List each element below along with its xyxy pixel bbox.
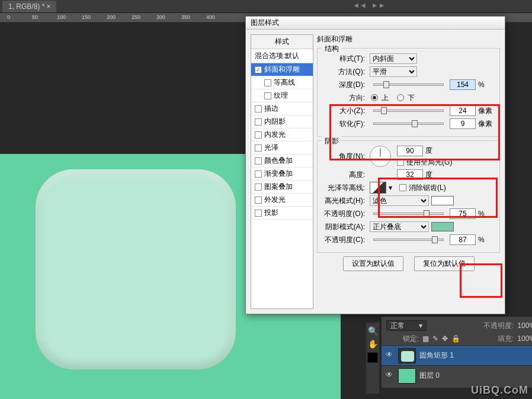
shadow-opacity-input[interactable] (450, 234, 476, 245)
style-checkbox[interactable] (264, 79, 271, 86)
make-default-button[interactable]: 设置为默认值 (343, 256, 403, 271)
technique-select[interactable]: 平滑 (370, 66, 417, 77)
highlight-color-swatch[interactable] (431, 196, 454, 205)
shadow-color-swatch[interactable] (431, 222, 454, 231)
document-tab-bar: 1, RGB/8) * × ◄◄ ►► (0, 0, 532, 13)
angle-input[interactable] (397, 146, 423, 156)
shadow-opacity-label: 不透明度(C): (322, 235, 367, 245)
ruler-tick: 100 (57, 14, 66, 20)
layer-thumbnail[interactable] (398, 348, 416, 363)
style-list-item[interactable]: 斜面和浮雕 (251, 63, 313, 76)
close-icon[interactable]: × (46, 2, 50, 11)
style-list-item[interactable]: 光泽 (251, 141, 313, 155)
style-checkbox[interactable] (255, 170, 262, 178)
angle-widget[interactable] (370, 146, 391, 167)
chevron-down-icon[interactable]: ▾ (389, 184, 392, 192)
use-global-light-checkbox[interactable] (397, 159, 404, 166)
ruler-tick: 350 (181, 14, 190, 20)
structure-group-title: 结构 (322, 44, 341, 54)
style-item-label: 内发光 (264, 130, 286, 140)
highlight-opacity-label: 不透明度(O): (322, 209, 367, 219)
style-checkbox[interactable] (255, 144, 262, 152)
shadow-opacity-unit: % (478, 236, 495, 244)
bevel-emboss-title: 斜面和浮雕 (317, 34, 500, 44)
size-input[interactable] (450, 105, 476, 116)
layer-name[interactable]: 圆角矩形 1 (419, 350, 454, 361)
watermark: UiBQ.CoM (471, 384, 528, 397)
lock-transparency-icon[interactable]: ▦ (422, 334, 429, 343)
layer-name[interactable]: 图层 0 (419, 371, 440, 381)
rounded-rectangle-shape[interactable] (36, 169, 236, 369)
style-checkbox[interactable] (255, 118, 262, 126)
opacity-value[interactable]: 100% (517, 321, 532, 330)
visibility-icon[interactable]: 👁 (384, 350, 395, 361)
style-list-item[interactable]: 内阴影 (251, 115, 313, 128)
style-checkbox[interactable] (255, 197, 262, 204)
style-checkbox[interactable] (264, 92, 271, 99)
antialias-checkbox[interactable] (399, 184, 406, 191)
dialog-titlebar[interactable]: 图层样式 (246, 17, 505, 30)
style-list-item[interactable]: 等高线 (251, 76, 313, 89)
style-checkbox[interactable] (255, 210, 262, 217)
ruler-tick: 300 (156, 14, 165, 20)
depth-unit: % (478, 81, 495, 89)
altitude-input[interactable] (397, 169, 423, 180)
style-list-item[interactable]: 外发光 (251, 194, 313, 207)
shading-group: 阴影 角度(N): 度 使用全局光(G) (317, 140, 500, 253)
style-item-label: 投影 (264, 208, 278, 218)
visibility-icon[interactable]: 👁 (384, 371, 395, 381)
lock-move-icon[interactable]: ✥ (442, 334, 448, 343)
style-list-item[interactable]: 投影 (251, 207, 313, 220)
highlight-opacity-input[interactable] (450, 208, 476, 219)
style-item-label: 内阴影 (264, 117, 286, 127)
tab-nav: ◄◄ ►► (352, 1, 386, 9)
gloss-contour-picker[interactable] (370, 182, 386, 194)
style-list-item[interactable]: 描边 (251, 102, 313, 115)
style-checkbox[interactable] (255, 105, 262, 112)
fill-value[interactable]: 100% (517, 334, 532, 343)
style-list-item[interactable]: 纹理 (251, 89, 313, 102)
tab-next-icon[interactable]: ►► (371, 1, 386, 9)
altitude-unit: 度 (425, 170, 432, 180)
style-list-item[interactable]: 图案叠加 (251, 181, 313, 194)
style-list-item[interactable]: 渐变叠加 (251, 168, 313, 181)
fg-bg-swatch[interactable] (367, 352, 378, 363)
style-checkbox[interactable] (255, 157, 262, 165)
style-list-item[interactable]: 内发光 (251, 128, 313, 141)
layer-thumbnail[interactable] (398, 368, 416, 384)
angle-unit: 度 (425, 146, 432, 156)
antialias-label: 消除锯齿(L) (409, 183, 446, 193)
highlight-mode-select[interactable]: 滤色 (370, 195, 429, 206)
style-checkbox[interactable] (255, 131, 262, 139)
size-label: 大小(Z): (322, 106, 367, 116)
lock-all-icon[interactable]: 🔒 (451, 334, 460, 343)
soften-slider[interactable] (373, 123, 444, 125)
blend-mode-select[interactable]: 正常▾ (386, 320, 427, 331)
blending-options-default[interactable]: 混合选项:默认 (251, 49, 313, 63)
lock-brush-icon[interactable]: ✎ (432, 334, 438, 343)
style-checkbox[interactable] (255, 184, 262, 191)
size-slider[interactable] (373, 110, 444, 112)
shadow-mode-select[interactable]: 正片叠底 (370, 221, 429, 232)
layer-row[interactable]: 👁 圆角矩形 1 (382, 345, 532, 365)
hand-icon[interactable]: ✋ (368, 339, 378, 349)
tab-prev-icon[interactable]: ◄◄ (352, 1, 367, 9)
style-checkbox[interactable] (255, 66, 262, 73)
direction-down-radio[interactable] (397, 94, 404, 101)
depth-input[interactable] (450, 79, 476, 90)
style-list-item[interactable]: 颜色叠加 (251, 155, 313, 168)
style-item-label: 光泽 (264, 143, 278, 153)
reset-default-button[interactable]: 复位为默认值 (414, 256, 475, 271)
soften-input[interactable] (450, 118, 476, 129)
ruler-tick: 50 (32, 14, 38, 20)
depth-slider[interactable] (373, 83, 444, 86)
style-select[interactable]: 内斜面 (370, 53, 417, 64)
highlight-opacity-slider[interactable] (373, 213, 444, 215)
layer-row[interactable]: 👁 图层 0 (382, 365, 532, 385)
shadow-opacity-slider[interactable] (373, 239, 444, 241)
shadow-mode-label: 阴影模式(A): (322, 222, 367, 232)
direction-up-radio[interactable] (371, 94, 378, 101)
document-tab[interactable]: 1, RGB/8) * × (2, 1, 56, 12)
shading-group-title: 阴影 (322, 136, 341, 146)
search-icon[interactable]: 🔍 (368, 326, 378, 336)
